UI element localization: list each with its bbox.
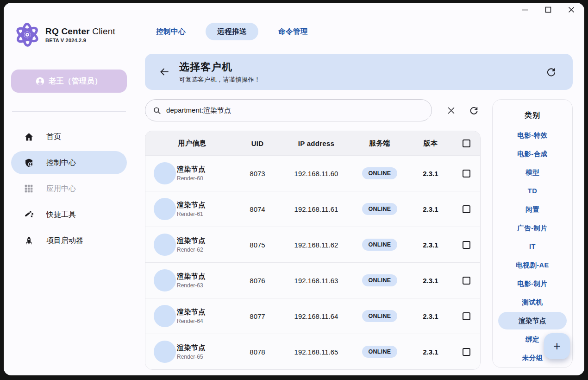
client-name: 渲染节点 — [177, 343, 233, 352]
app-title: RQ Center Client — [45, 26, 115, 37]
main-body: 用户信息 UID IP address 服务端 版本 — [145, 99, 573, 370]
category-item-label: 电影-特效 — [517, 131, 547, 140]
avatar-cell — [151, 162, 177, 184]
category-panel-title: 类别 — [498, 111, 567, 120]
category-item-label: TD — [528, 187, 537, 195]
left-sidebar: RQ Center Client BETA V 2024.2.9 老王（管理员）… — [4, 9, 134, 375]
sidebar-item-label: 应用中心 — [46, 184, 76, 194]
category-item[interactable]: TD — [498, 182, 567, 200]
top-tab[interactable]: 控制中心 — [144, 23, 197, 40]
sidebar-item-label: 快捷工具 — [46, 210, 76, 220]
sidebar-item-label: 控制中心 — [46, 158, 76, 168]
column-header-uid: UID — [233, 139, 281, 147]
client-name-cell: 渲染节点 Render-64 — [177, 308, 233, 324]
back-button[interactable] — [157, 65, 171, 79]
status-badge: ONLINE — [362, 203, 397, 215]
table-row[interactable]: 渲染节点 Render-64 8077 192.168.11.64 ONLINE… — [145, 298, 480, 334]
client-version: 2.3.1 — [408, 241, 453, 249]
category-item[interactable]: IT — [498, 237, 567, 256]
add-button[interactable]: + — [544, 333, 570, 359]
search-input[interactable] — [166, 107, 424, 114]
category-item[interactable]: 广告-制片 — [498, 219, 567, 237]
sidebar-item-control-center[interactable]: 控制中心 — [11, 151, 127, 174]
table-row[interactable]: 渲染节点 Render-60 8073 192.168.11.60 ONLINE… — [145, 155, 480, 191]
checkbox-cell — [453, 241, 480, 249]
avatar-cell — [151, 198, 177, 220]
category-item[interactable]: 电影-制片 — [498, 274, 567, 293]
row-checkbox[interactable] — [463, 170, 470, 177]
category-item-label: 测试机 — [522, 298, 543, 307]
table-row[interactable]: 渲染节点 Render-61 8074 192.168.11.61 ONLINE… — [145, 191, 480, 227]
top-tab-label: 控制中心 — [156, 27, 186, 37]
table-row[interactable]: 渲染节点 Render-63 8076 192.168.11.63 ONLINE… — [145, 262, 480, 298]
status-cell: ONLINE — [351, 346, 408, 358]
category-item[interactable]: 电影-合成 — [498, 145, 567, 163]
client-name: 渲染节点 — [177, 272, 233, 281]
close-button[interactable] — [567, 5, 576, 14]
sidebar-nav: 首页 控制中心 应用中心 快捷工具 — [11, 125, 127, 252]
column-header-version: 版本 — [408, 139, 453, 148]
client-hostname: Render-65 — [177, 354, 233, 360]
client-name-cell: 渲染节点 Render-61 — [177, 201, 233, 217]
client-uid: 8077 — [233, 312, 281, 320]
row-checkbox[interactable] — [463, 348, 470, 356]
client-version: 2.3.1 — [408, 312, 453, 320]
top-tab-label: 命令管理 — [278, 27, 308, 37]
sidebar-item-label: 项目启动器 — [46, 236, 83, 246]
top-tab[interactable]: 远程推送 — [206, 23, 258, 40]
status-cell: ONLINE — [351, 310, 408, 322]
sidebar-item-home[interactable]: 首页 — [11, 125, 127, 148]
minimize-button[interactable] — [520, 5, 530, 14]
user-badge[interactable]: 老王（管理员） — [11, 70, 127, 93]
client-table: 用户信息 UID IP address 服务端 版本 — [145, 131, 481, 370]
checkbox-cell — [453, 205, 480, 213]
category-item[interactable]: 电影-特效 — [498, 126, 567, 145]
status-badge: ONLINE — [362, 167, 397, 179]
row-checkbox[interactable] — [463, 205, 470, 213]
row-checkbox[interactable] — [463, 312, 470, 320]
atom-logo-icon — [14, 21, 41, 48]
row-checkbox[interactable] — [463, 241, 470, 249]
table-row[interactable]: 渲染节点 Render-65 8078 192.168.11.65 ONLINE… — [145, 334, 480, 369]
avatar-cell — [151, 305, 177, 327]
client-uid: 8075 — [233, 241, 281, 249]
status-badge: ONLINE — [362, 239, 397, 251]
grid-icon — [24, 184, 34, 194]
search-box[interactable] — [145, 99, 432, 121]
row-checkbox[interactable] — [463, 277, 470, 285]
sidebar-item-quick-tools[interactable]: 快捷工具 — [11, 203, 127, 226]
checkbox-cell — [453, 312, 480, 320]
sidebar-item-app-center[interactable]: 应用中心 — [11, 177, 127, 200]
category-item[interactable]: 电视剧-AE — [498, 256, 567, 274]
category-item[interactable]: 测试机 — [498, 293, 567, 311]
table-row[interactable]: 渲染节点 Render-62 8075 192.168.11.62 ONLINE… — [145, 227, 480, 262]
client-avatar — [154, 341, 176, 363]
column-header-server: 服务端 — [351, 139, 408, 148]
clear-search-button[interactable] — [444, 103, 458, 117]
app-logo: RQ Center Client BETA V 2024.2.9 — [14, 21, 127, 48]
header-refresh-button[interactable] — [544, 65, 558, 79]
top-tab[interactable]: 命令管理 — [267, 23, 319, 40]
select-all-checkbox[interactable] — [463, 139, 470, 147]
client-avatar — [154, 269, 176, 291]
client-version: 2.3.1 — [408, 170, 453, 177]
status-cell: ONLINE — [351, 167, 408, 179]
checkbox-cell — [453, 170, 480, 177]
category-item-label: 模型 — [525, 168, 539, 177]
client-hostname: Render-64 — [177, 318, 233, 324]
sidebar-item-project-launcher[interactable]: 项目启动器 — [11, 229, 127, 252]
client-ip: 192.168.11.61 — [281, 205, 351, 213]
client-uid: 8076 — [233, 277, 281, 285]
client-list-column: 用户信息 UID IP address 服务端 版本 — [145, 99, 481, 370]
page-subtitle: 可复选客户机，请谨慎操作！ — [179, 76, 261, 84]
status-badge: ONLINE — [362, 310, 397, 322]
page-header-texts: 选择客户机 可复选客户机，请谨慎操作！ — [179, 60, 261, 84]
category-item[interactable]: 模型 — [498, 163, 567, 182]
column-header-user: 用户信息 — [151, 139, 233, 148]
maximize-button[interactable] — [544, 5, 553, 14]
main-area: 控制中心 远程推送 命令管理 选择客户机 可复选客户机，请谨慎操作！ — [134, 17, 584, 375]
search-refresh-button[interactable] — [467, 103, 481, 117]
category-item[interactable]: 渲染节点 — [498, 312, 567, 329]
app-version: BETA V 2024.2.9 — [45, 38, 115, 43]
category-item[interactable]: 闲置 — [498, 200, 567, 219]
